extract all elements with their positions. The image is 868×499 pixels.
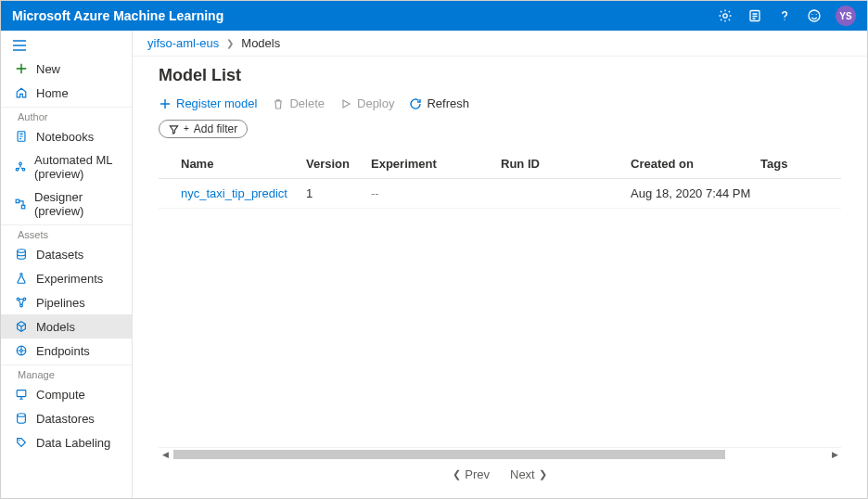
sidebar-item-label: Experiments (36, 272, 103, 286)
sidebar-item-label: New (36, 62, 60, 76)
topbar: Microsoft Azure Machine Learning YS (1, 1, 867, 31)
sidebar-item-designer[interactable]: Designer (preview) (1, 186, 132, 223)
svg-point-3 (809, 10, 820, 21)
sidebar-item-label: Datasets (36, 248, 83, 262)
sidebar-item-home[interactable]: Home (1, 81, 132, 105)
sidebar-item-compute[interactable]: Compute (1, 382, 132, 406)
sidebar-item-label: Datastores (36, 412, 95, 426)
breadcrumb-workspace[interactable]: yifso-aml-eus (147, 36, 219, 50)
svg-point-20 (19, 440, 19, 441)
breadcrumb-current: Models (241, 36, 280, 50)
prev-button[interactable]: ❮ Prev (453, 467, 490, 481)
data-labeling-icon (14, 435, 29, 450)
col-header-name[interactable]: Name (181, 157, 306, 171)
sidebar-item-label: Designer (preview) (34, 190, 122, 218)
cell-created: Aug 18, 2020 7:44 PM (631, 186, 760, 200)
toolbar: Register model Delete Deploy Refresh (159, 96, 841, 110)
topbar-actions: YS (717, 6, 856, 26)
toolbar-btn-label: Deploy (357, 96, 394, 110)
toolbar-btn-label: Register model (176, 96, 257, 110)
table-row[interactable]: nyc_taxi_tip_predict 1 -- Aug 18, 2020 7… (159, 179, 841, 209)
chevron-right-icon: ❯ (226, 38, 234, 48)
svg-rect-18 (17, 390, 26, 397)
datastores-icon (14, 411, 29, 426)
sidebar-item-automl[interactable]: Automated ML (preview) (1, 148, 132, 186)
feedback-clipboard-icon[interactable] (747, 7, 763, 24)
sidebar-item-label: Models (36, 320, 75, 334)
model-name-link[interactable]: nyc_taxi_tip_predict (181, 186, 306, 200)
scroll-left-arrow[interactable]: ◀ (159, 450, 172, 459)
notebook-icon (14, 129, 29, 144)
sidebar-item-label: Automated ML (preview) (34, 153, 122, 181)
avatar[interactable]: YS (836, 6, 856, 26)
help-icon[interactable] (776, 7, 793, 24)
col-header-version[interactable]: Version (306, 157, 371, 171)
cell-runid (501, 186, 631, 200)
scroll-right-arrow[interactable]: ▶ (828, 450, 841, 459)
compute-icon (14, 387, 29, 402)
delete-button: Delete (272, 96, 325, 110)
sidebar-item-pipelines[interactable]: Pipelines (1, 290, 132, 314)
col-header-runid[interactable]: Run ID (501, 157, 631, 171)
svg-point-5 (816, 14, 817, 15)
sidebar-item-label: Data Labeling (36, 436, 110, 450)
horizontal-scrollbar[interactable]: ◀ ▶ (159, 447, 841, 460)
scroll-thumb[interactable] (173, 450, 725, 459)
main: yifso-aml-eus ❯ Models Model List Regist… (133, 31, 867, 498)
svg-rect-10 (16, 199, 19, 203)
sidebar-section-author: Author (1, 107, 132, 124)
smiley-icon[interactable] (806, 7, 823, 24)
app-title: Microsoft Azure Machine Learning (12, 8, 717, 23)
toolbar-btn-label: Delete (289, 96, 325, 110)
models-icon (14, 319, 29, 334)
sidebar-item-label: Home (36, 86, 69, 100)
sidebar-item-endpoints[interactable]: Endpoints (1, 339, 132, 363)
sidebar-item-experiments[interactable]: Experiments (1, 266, 132, 290)
filter-icon (169, 124, 179, 134)
experiments-icon (14, 271, 29, 286)
toolbar-btn-label: Refresh (427, 96, 469, 110)
add-filter-label: Add filter (194, 122, 237, 135)
sidebar-item-notebooks[interactable]: Notebooks (1, 124, 132, 148)
sidebar-item-data-labeling[interactable]: Data Labeling (1, 430, 132, 454)
next-label: Next (510, 467, 535, 481)
gear-icon[interactable] (717, 7, 734, 24)
sidebar-item-label: Endpoints (36, 344, 90, 358)
plus-icon: + (184, 123, 189, 134)
chevron-left-icon: ❮ (453, 468, 461, 480)
table-header: Name Version Experiment Run ID Created o… (159, 149, 841, 179)
svg-point-14 (23, 298, 26, 301)
sidebar-item-datasets[interactable]: Datasets (1, 242, 132, 266)
sidebar-item-models[interactable]: Models (1, 314, 132, 339)
svg-point-15 (20, 304, 23, 307)
sidebar-item-datastores[interactable]: Datastores (1, 406, 132, 430)
cell-version: 1 (306, 186, 371, 200)
refresh-button[interactable]: Refresh (409, 96, 469, 110)
add-filter-button[interactable]: + Add filter (159, 120, 248, 138)
next-button[interactable]: Next ❯ (510, 467, 547, 481)
pipelines-icon (14, 295, 29, 310)
col-header-experiment[interactable]: Experiment (371, 157, 501, 171)
automl-icon (14, 160, 27, 174)
sidebar-item-label: Compute (36, 388, 85, 402)
register-model-button[interactable]: Register model (159, 96, 257, 110)
designer-icon (14, 197, 27, 211)
svg-point-7 (19, 162, 22, 165)
col-header-created[interactable]: Created on (631, 157, 760, 171)
sidebar: New Home Author Notebooks Automated ML (… (1, 31, 133, 498)
sidebar-section-assets: Assets (1, 224, 132, 242)
hamburger-icon[interactable] (1, 36, 132, 57)
prev-label: Prev (465, 467, 490, 481)
sidebar-item-label: Pipelines (36, 296, 85, 310)
sidebar-item-new[interactable]: New (1, 57, 132, 81)
endpoints-icon (14, 343, 29, 358)
svg-point-0 (723, 14, 727, 18)
models-table: Name Version Experiment Run ID Created o… (159, 149, 841, 209)
svg-point-4 (811, 14, 812, 15)
deploy-button: Deploy (339, 96, 394, 110)
col-header-tags[interactable]: Tags (760, 157, 819, 171)
breadcrumb: yifso-aml-eus ❯ Models (133, 31, 867, 57)
svg-rect-11 (21, 205, 25, 209)
svg-point-2 (785, 19, 785, 20)
chevron-right-icon: ❯ (539, 468, 547, 480)
